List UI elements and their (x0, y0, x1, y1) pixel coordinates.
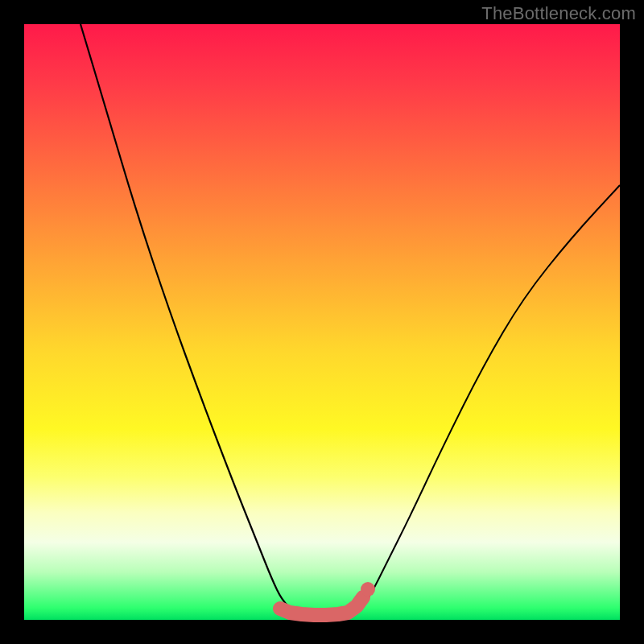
curve-left-path (80, 24, 294, 612)
curve-svg (24, 24, 620, 620)
marker-band (280, 597, 363, 615)
bottom-markers (280, 582, 375, 615)
watermark-text: TheBottleneck.com (481, 3, 636, 24)
plot-area (24, 24, 620, 620)
marker-dot (361, 582, 375, 597)
curve-right-path (358, 185, 620, 612)
